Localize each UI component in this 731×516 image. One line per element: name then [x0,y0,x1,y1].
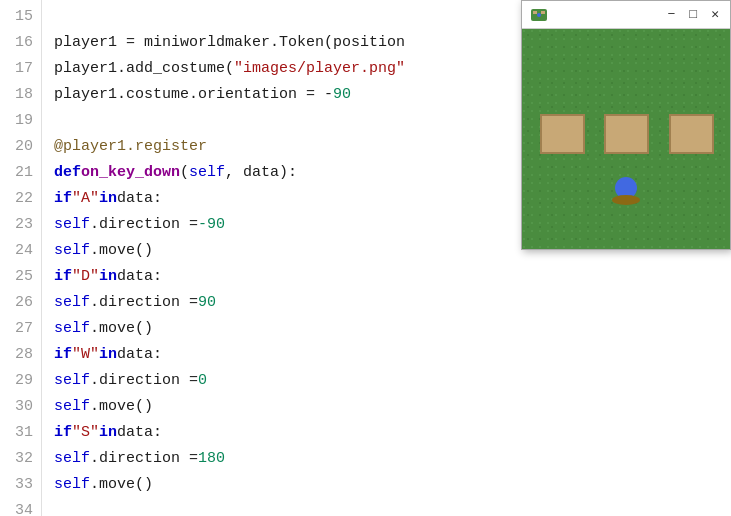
code-token: def [54,160,81,186]
code-token: "S" [72,420,99,446]
code-token: ( [180,160,189,186]
code-token: self [54,238,90,264]
svg-rect-1 [533,11,537,14]
code-line-26: self.direction = 90 [54,290,731,316]
code-token: .direction = [90,290,198,316]
close-button[interactable]: ✕ [708,8,722,21]
code-line-31: if "S" in data: [54,420,731,446]
code-token: player1.costume.orientation = - [54,82,333,108]
code-token: 90 [198,290,216,316]
code-token: player1 = miniworldmaker.Token(position [54,30,405,56]
code-line-30: self.move() [54,394,731,420]
block-left [540,114,585,154]
mini-game-window[interactable]: − □ ✕ [521,0,731,250]
code-line-33: self.move() [54,472,731,498]
code-token: .direction = [90,446,198,472]
game-icon [530,6,548,24]
code-token: in [99,264,117,290]
code-token: -90 [198,212,225,238]
code-token: @player1.register [54,134,207,160]
code-token: data: [117,264,162,290]
code-editor[interactable]: 1516171819202122232425262728293031323334… [0,0,731,516]
minimize-button[interactable]: − [665,8,679,21]
svg-rect-2 [541,11,545,14]
code-token: if [54,342,72,368]
code-line-25: if "D" in data: [54,264,731,290]
code-token: data: [117,186,162,212]
code-token: "D" [72,264,99,290]
block-right [669,114,714,154]
code-token: .direction = [90,212,198,238]
block-center [604,114,649,154]
code-token: self [54,472,90,498]
code-line-32: self.direction = 180 [54,446,731,472]
code-token: self [54,212,90,238]
code-token: self [54,290,90,316]
code-token: "A" [72,186,99,212]
code-token: self [54,446,90,472]
mini-title-left [530,6,548,24]
code-token: .move() [90,316,153,342]
game-canvas [522,29,730,249]
code-token: data: [117,420,162,446]
code-token: in [99,186,117,212]
code-token: "W" [72,342,99,368]
code-token: , data): [225,160,297,186]
code-token: player1.add_costume( [54,56,234,82]
code-token: if [54,420,72,446]
code-token: data: [117,342,162,368]
code-token: .move() [90,394,153,420]
code-line-28: if "W" in data: [54,342,731,368]
code-token: if [54,264,72,290]
code-token: 180 [198,446,225,472]
code-token: self [54,316,90,342]
player-base [612,195,640,205]
code-token: on_key_down [81,160,180,186]
mini-window-controls[interactable]: − □ ✕ [665,8,722,21]
code-token: 0 [198,368,207,394]
code-token: 90 [333,82,351,108]
code-token: "images/player.png" [234,56,405,82]
svg-point-3 [537,13,541,17]
line-numbers: 1516171819202122232425262728293031323334 [0,0,42,516]
code-token: self [54,368,90,394]
code-line-34 [54,498,731,516]
code-token: in [99,420,117,446]
code-token: in [99,342,117,368]
code-line-27: self.move() [54,316,731,342]
code-token: if [54,186,72,212]
code-token: .move() [90,472,153,498]
code-token: self [189,160,225,186]
code-token: .move() [90,238,153,264]
code-token: self [54,394,90,420]
mini-titlebar: − □ ✕ [522,1,730,29]
code-token: .direction = [90,368,198,394]
player-sprite [612,177,640,205]
maximize-button[interactable]: □ [686,8,700,21]
code-line-29: self.direction = 0 [54,368,731,394]
